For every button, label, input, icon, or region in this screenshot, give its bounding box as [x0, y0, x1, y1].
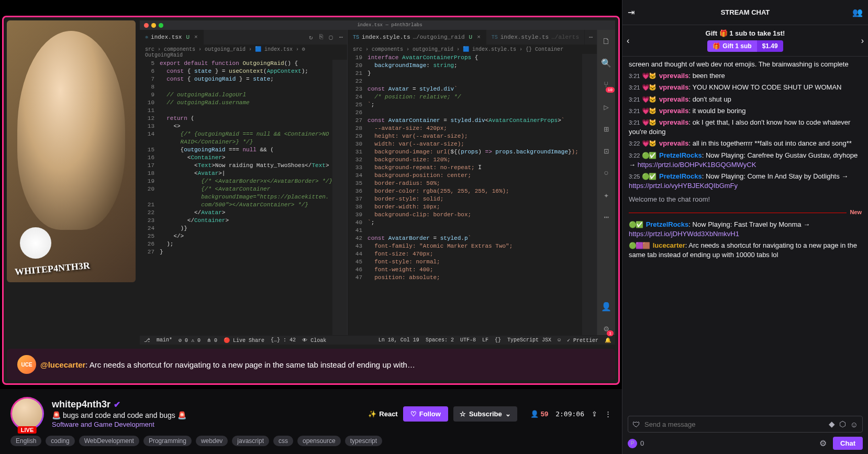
- chat-username[interactable]: PretzelRocks: [659, 151, 702, 159]
- chat-username[interactable]: vprevails: [659, 95, 688, 103]
- tab-index-style-raid[interactable]: TS index.style.ts …/outgoing_raid U ×: [348, 30, 486, 45]
- minimap-left[interactable]: [332, 60, 347, 335]
- chat-username[interactable]: lucecarter: [653, 241, 685, 249]
- close-tab-icon[interactable]: ×: [194, 34, 198, 40]
- emote-icon[interactable]: ☺: [850, 420, 858, 429]
- gift-sub-button[interactable]: 🎁 Gift 1 sub: [707, 40, 756, 52]
- chat-link[interactable]: https://prtzl.io/BOHPvK1BGQGMWyCK: [638, 161, 756, 169]
- viewer-count: 👤 59: [530, 410, 548, 418]
- search-icon[interactable]: 🔍: [600, 57, 613, 70]
- chat-link[interactable]: https://prtzl.io/vyHYBJEKdQIbGmFy: [629, 182, 738, 190]
- channel-name[interactable]: whitep4nth3r ✔: [52, 399, 360, 410]
- breadcrumb-right[interactable]: src › components › outgoing_raid › 🟦 ind…: [348, 45, 597, 54]
- remote-icon[interactable]: ⊡: [600, 145, 613, 158]
- stream-category[interactable]: Software and Game Development: [52, 420, 360, 428]
- accounts-icon[interactable]: 👤: [600, 301, 613, 313]
- chat-input[interactable]: [644, 420, 825, 428]
- extensions-icon[interactable]: ⊞: [600, 123, 613, 136]
- chat-username[interactable]: vprevails: [659, 72, 688, 80]
- tag-programming[interactable]: Programming: [143, 436, 192, 446]
- status-cloak[interactable]: 👁 Cloak: [302, 337, 326, 344]
- tag-opensource[interactable]: opensource: [297, 436, 341, 446]
- tag-webdev[interactable]: webdev: [196, 436, 228, 446]
- chat-send-button[interactable]: Chat: [833, 437, 863, 450]
- status-encoding[interactable]: UTF-8: [460, 337, 476, 344]
- code-right[interactable]: interface AvatarContainerProps { backgro…: [368, 54, 582, 335]
- tag-javascript[interactable]: javascript: [232, 436, 269, 446]
- editor-pane-left: ⚛ index.tsx U × ↻ ⎘ ▢ ⋯: [140, 30, 348, 335]
- status-branch[interactable]: main*: [157, 337, 172, 343]
- badge-icon[interactable]: 🛡: [632, 420, 640, 429]
- settings-icon[interactable]: ⚙1: [600, 323, 613, 335]
- ts-file-icon: TS: [353, 35, 359, 40]
- github-icon[interactable]: ○: [600, 167, 613, 180]
- status-feedback[interactable]: ☺: [558, 337, 561, 344]
- minimap-right[interactable]: [582, 54, 597, 335]
- featured-text: : Arc needs a shortcut for navigating to…: [85, 360, 415, 369]
- status-liveshare[interactable]: 🔴 Live Share: [224, 337, 264, 344]
- gift-banner: ‹ Gift 🎁 1 sub to take 1st! 🎁 Gift 1 sub…: [622, 25, 868, 57]
- user-icon: 👤: [530, 410, 539, 418]
- channel-points[interactable]: P 0: [628, 439, 644, 448]
- chat-message: 3:21💗🐱 vprevails: it would be boring: [629, 106, 862, 116]
- tab-index-style-alerts[interactable]: TS index.style.ts …/alerts: [486, 30, 585, 45]
- chat-username[interactable]: vprevails: [659, 139, 688, 147]
- cheer-icon[interactable]: ◆: [829, 419, 835, 429]
- subscribe-button[interactable]: ☆ Subscribe ⌄: [453, 406, 517, 422]
- chat-message: 3:22💗🐱 vprevails: all in this togetherrr…: [629, 139, 862, 148]
- source-control-icon[interactable]: ⑂10: [600, 79, 613, 92]
- bits-icon[interactable]: ⬡: [839, 419, 846, 429]
- status-ports[interactable]: ⋔ 0: [207, 337, 217, 344]
- more-icon[interactable]: ⋯: [339, 34, 343, 41]
- status-braces-icon[interactable]: {}: [495, 337, 501, 344]
- chat-username[interactable]: PretzelRocks: [659, 172, 702, 180]
- points-icon: P: [628, 439, 637, 448]
- chat-messages-list[interactable]: screen and thought of web dev not emojis…: [622, 57, 868, 412]
- debug-icon[interactable]: ▷: [600, 101, 613, 114]
- community-icon[interactable]: 👥: [852, 7, 863, 17]
- ts-file-icon: TS: [492, 35, 498, 40]
- copilot-icon[interactable]: ✦: [600, 189, 613, 202]
- tab-index-tsx[interactable]: ⚛ index.tsx U ×: [140, 30, 204, 45]
- chat-username[interactable]: vprevails: [659, 83, 688, 91]
- status-lang[interactable]: TypeScript JSX: [507, 337, 551, 344]
- share-icon[interactable]: ⇪: [592, 410, 597, 418]
- new-messages-divider: New: [629, 208, 862, 216]
- tag-english[interactable]: English: [10, 436, 41, 446]
- chat-username[interactable]: vprevails: [659, 107, 688, 115]
- close-tab-icon[interactable]: ×: [477, 34, 481, 40]
- react-button[interactable]: ✨ React: [368, 410, 397, 418]
- status-errors[interactable]: ⊘ 0 ⚠ 0: [179, 337, 201, 344]
- status-spaces[interactable]: Spaces: 2: [426, 337, 454, 344]
- tag-css[interactable]: css: [273, 436, 293, 446]
- follow-button[interactable]: ♡ Follow: [403, 406, 448, 422]
- files-icon[interactable]: 🗋: [600, 35, 613, 48]
- status-remote[interactable]: ⎇: [144, 337, 150, 344]
- status-braces[interactable]: {…} : 42: [271, 337, 296, 343]
- tag-typescript[interactable]: typescript: [345, 436, 382, 446]
- timeline-icon[interactable]: ↻: [309, 34, 313, 41]
- tag-webdevelopment[interactable]: WebDevelopment: [79, 436, 139, 446]
- more-icon[interactable]: ⋯: [600, 211, 613, 224]
- chat-link[interactable]: https://prtzl.io/jDHYWdd3XbNmkvH1: [629, 230, 739, 238]
- collapse-chat-icon[interactable]: ⇥: [628, 7, 638, 17]
- status-eol[interactable]: LF: [482, 337, 488, 344]
- chat-settings-icon[interactable]: ⚙: [819, 438, 827, 448]
- more-options-icon[interactable]: ⋮: [605, 410, 611, 418]
- gift-next-icon[interactable]: ›: [861, 36, 864, 46]
- code-left[interactable]: export default function OutgoingRaid() {…: [160, 60, 332, 335]
- tag-coding[interactable]: coding: [46, 436, 74, 446]
- compare-icon[interactable]: ⎘: [319, 34, 323, 41]
- chat-message: 3:21💗🐱 vprevails: YOU KNOW HOW TO CODE S…: [629, 83, 862, 92]
- streamer-avatar[interactable]: LIVE: [10, 397, 44, 430]
- chat-username[interactable]: vprevails: [659, 118, 688, 126]
- breadcrumb-left[interactable]: src › components › outgoing_raid › 🟦 ind…: [140, 45, 347, 60]
- stream-video-box: WHITEP4NTH3R index.tsx — p4nth3rlabs: [2, 16, 620, 385]
- chat-username[interactable]: PretzelRocks: [646, 220, 689, 228]
- status-prettier[interactable]: ✓ Prettier: [567, 337, 598, 344]
- split-icon[interactable]: ▢: [329, 34, 333, 41]
- status-cursor[interactable]: Ln 18, Col 19: [379, 337, 419, 344]
- status-bell-icon[interactable]: 🔔: [605, 337, 611, 344]
- more-icon[interactable]: ⋯: [589, 34, 593, 41]
- gift-prev-icon[interactable]: ‹: [627, 36, 629, 46]
